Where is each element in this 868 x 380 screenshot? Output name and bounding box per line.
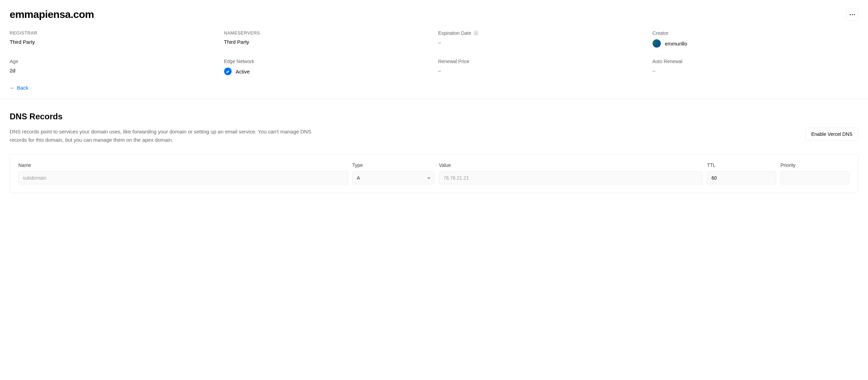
status-badge xyxy=(224,68,232,75)
registrar-label: REGISTRAR xyxy=(10,30,216,36)
creator-value: emmurillo xyxy=(665,41,687,47)
check-icon xyxy=(226,70,230,73)
age-label: Age xyxy=(10,59,216,64)
edge-network-value: Active xyxy=(236,69,250,74)
auto-renewal-label: Auto Renewal xyxy=(653,59,859,64)
back-link[interactable]: ← Back xyxy=(10,85,28,91)
expiration-value: – xyxy=(438,39,644,45)
enable-vercel-dns-button[interactable]: Enable Vercel DNS xyxy=(805,128,858,141)
edge-network-label: Edge Network xyxy=(224,59,430,64)
priority-input[interactable] xyxy=(780,171,850,184)
page-title: emmapiensa.com xyxy=(10,9,94,20)
nameservers-value: Third Party xyxy=(224,39,430,45)
dns-form: Name Type A Value T xyxy=(10,154,858,193)
dns-records-title: DNS Records xyxy=(10,112,858,121)
nameservers-label: NAMESERVERS xyxy=(224,30,430,36)
arrow-left-icon: ← xyxy=(10,85,15,91)
renewal-price-value: – xyxy=(438,68,644,73)
value-input[interactable] xyxy=(439,171,703,184)
expiration-label: Expiration Date xyxy=(438,30,471,36)
back-label: Back xyxy=(17,85,28,91)
more-icon xyxy=(850,14,855,15)
dns-records-description: DNS records point to services your domai… xyxy=(10,128,320,144)
renewal-price-label: Renewal Price xyxy=(438,59,644,64)
info-icon[interactable]: i xyxy=(473,30,479,36)
auto-renewal-value: – xyxy=(653,68,859,73)
ttl-input[interactable] xyxy=(707,171,776,184)
priority-field-label: Priority xyxy=(780,162,850,168)
ttl-field-label: TTL xyxy=(707,162,776,168)
registrar-value: Third Party xyxy=(10,39,216,45)
avatar xyxy=(653,39,661,48)
age-value: 2d xyxy=(10,68,216,73)
value-field-label: Value xyxy=(439,162,703,168)
more-options-button[interactable] xyxy=(846,8,858,21)
creator-label: Creator xyxy=(653,30,859,36)
name-input[interactable] xyxy=(18,171,348,184)
type-select[interactable]: A xyxy=(352,171,435,184)
name-field-label: Name xyxy=(18,162,348,168)
type-field-label: Type xyxy=(352,162,435,168)
